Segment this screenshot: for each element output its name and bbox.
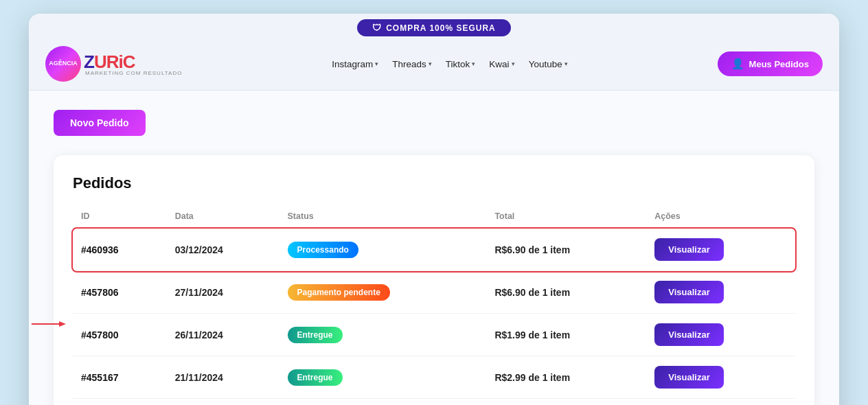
cell-date: 03/12/2024 bbox=[167, 229, 279, 271]
cell-id: #455162 bbox=[73, 399, 167, 406]
col-total: Total bbox=[486, 206, 646, 229]
cell-status: Entregue bbox=[279, 356, 487, 399]
cell-total: R$6.90 de 1 item bbox=[486, 229, 646, 271]
cell-id: #455167 bbox=[73, 356, 167, 399]
status-badge: Entregue bbox=[288, 327, 343, 343]
pedidos-card: Pedidos ID Data Status Tota bbox=[54, 155, 814, 405]
col-status: Status bbox=[279, 206, 487, 229]
nav-label-kwai: Kwai bbox=[489, 59, 509, 69]
table-row: #457800 26/11/2024 Entregue R$1.99 de 1 … bbox=[73, 314, 795, 356]
nav-item-tiktok[interactable]: Tiktok ▾ bbox=[440, 56, 481, 72]
nav-item-threads[interactable]: Threads ▾ bbox=[387, 56, 437, 72]
col-acoes: Ações bbox=[646, 206, 795, 229]
visualizar-button[interactable]: Visualizar bbox=[654, 281, 723, 303]
status-badge: Entregue bbox=[288, 369, 343, 386]
chevron-down-icon: ▾ bbox=[375, 60, 378, 67]
table-header: ID Data Status Total Ações bbox=[73, 206, 795, 229]
table-body: #460936 03/12/2024 Processando R$6.90 de… bbox=[73, 229, 795, 406]
secure-label: COMPRA 100% SEGURA bbox=[386, 23, 496, 33]
chevron-down-icon: ▾ bbox=[429, 60, 432, 67]
meus-pedidos-label: Meus Pedidos bbox=[749, 59, 809, 69]
cell-id: #457806 bbox=[73, 271, 167, 314]
visualizar-button[interactable]: Visualizar bbox=[654, 366, 723, 389]
col-data: Data bbox=[167, 206, 279, 229]
cell-status: Entregue bbox=[279, 314, 487, 356]
browser-window: 🛡 COMPRA 100% SEGURA AGÊNCIA ZURiC MARKE… bbox=[29, 14, 839, 405]
table-row: #460936 03/12/2024 Processando R$6.90 de… bbox=[73, 229, 795, 271]
logo-area: AGÊNCIA ZURiC MARKETING COM RESULTADO bbox=[45, 46, 182, 82]
nav-row: AGÊNCIA ZURiC MARKETING COM RESULTADO In… bbox=[45, 40, 823, 90]
cell-date: 27/11/2024 bbox=[167, 271, 279, 314]
logo-wrapper: ZURiC MARKETING COM RESULTADO bbox=[84, 51, 182, 76]
table-row: #455167 21/11/2024 Entregue R$2.99 de 1 … bbox=[73, 356, 795, 399]
arrow-indicator bbox=[32, 319, 66, 329]
svg-marker-1 bbox=[59, 321, 66, 327]
cell-date: 21/11/2024 bbox=[167, 399, 279, 406]
agency-label: AGÊNCIA bbox=[49, 60, 78, 67]
cell-total: R$2.99 de 1 item bbox=[486, 356, 646, 399]
meus-pedidos-button[interactable]: 👤 Meus Pedidos bbox=[718, 51, 823, 76]
cell-action: Visualizar bbox=[646, 399, 795, 406]
cell-action: Visualizar bbox=[646, 356, 795, 399]
cell-status: Entregue bbox=[279, 399, 487, 406]
status-badge: Pagamento pendente bbox=[288, 284, 390, 301]
table-row: #455162 21/11/2024 Entregue R$2.99 de 1 … bbox=[73, 399, 795, 406]
secure-badge: 🛡 COMPRA 100% SEGURA bbox=[357, 19, 511, 36]
cell-total: R$2.99 de 1 item bbox=[486, 399, 646, 406]
top-bar: 🛡 COMPRA 100% SEGURA AGÊNCIA ZURiC MARKE… bbox=[29, 14, 839, 91]
nav-label-threads: Threads bbox=[392, 59, 426, 69]
cell-id: #460936 bbox=[73, 229, 167, 271]
cell-status: Pagamento pendente bbox=[279, 271, 487, 314]
orders-table: ID Data Status Total Ações #460936 03/12… bbox=[73, 206, 795, 405]
main-content: Novo Pedido Pedidos ID Data S bbox=[29, 91, 839, 405]
table-wrapper: ID Data Status Total Ações #460936 03/12… bbox=[73, 206, 795, 405]
logo-sub: MARKETING COM RESULTADO bbox=[85, 70, 182, 76]
cell-date: 26/11/2024 bbox=[167, 314, 279, 356]
logo-box: AGÊNCIA bbox=[45, 46, 81, 82]
cell-total: R$6.90 de 1 item bbox=[486, 271, 646, 314]
nav-label-instagram: Instagram bbox=[332, 59, 373, 69]
nav-item-instagram[interactable]: Instagram ▾ bbox=[326, 56, 384, 72]
chevron-down-icon: ▾ bbox=[564, 60, 568, 67]
cell-date: 21/11/2024 bbox=[167, 356, 279, 399]
visualizar-button[interactable]: Visualizar bbox=[654, 323, 723, 346]
nav-links: Instagram ▾ Threads ▾ Tiktok ▾ Kwai ▾ Yo… bbox=[326, 56, 573, 72]
cell-action: Visualizar bbox=[646, 271, 795, 314]
status-badge: Processando bbox=[288, 242, 358, 258]
table-row: #457806 27/11/2024 Pagamento pendente R$… bbox=[73, 271, 795, 314]
chevron-down-icon: ▾ bbox=[512, 60, 515, 67]
nav-item-kwai[interactable]: Kwai ▾ bbox=[483, 56, 520, 72]
cell-status: Processando bbox=[279, 229, 487, 271]
nav-item-youtube[interactable]: Youtube ▾ bbox=[523, 56, 573, 72]
cell-total: R$1.99 de 1 item bbox=[486, 314, 646, 356]
pedidos-title: Pedidos bbox=[73, 174, 795, 192]
nav-label-youtube: Youtube bbox=[529, 59, 562, 69]
cell-action: Visualizar bbox=[646, 229, 795, 271]
novo-pedido-button[interactable]: Novo Pedido bbox=[54, 110, 146, 136]
user-icon: 👤 bbox=[731, 58, 744, 70]
shield-icon: 🛡 bbox=[372, 23, 382, 33]
secure-banner: 🛡 COMPRA 100% SEGURA bbox=[45, 14, 823, 40]
cell-id: #457800 bbox=[73, 314, 167, 356]
col-id: ID bbox=[73, 206, 167, 229]
visualizar-button[interactable]: Visualizar bbox=[654, 238, 723, 261]
cell-action: Visualizar bbox=[646, 314, 795, 356]
nav-label-tiktok: Tiktok bbox=[446, 59, 470, 69]
chevron-down-icon: ▾ bbox=[472, 60, 475, 67]
